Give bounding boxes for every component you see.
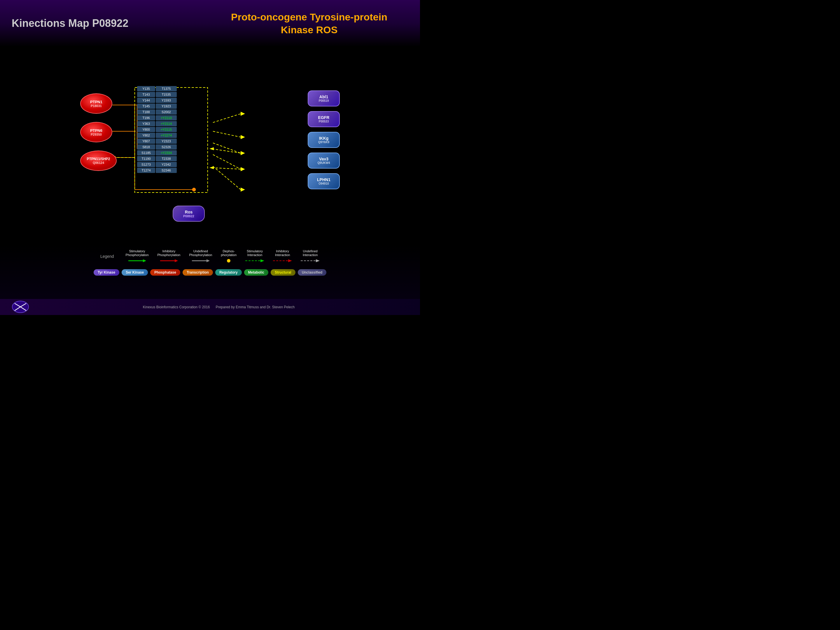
site-T1274[interactable]: T1274 [137, 168, 155, 173]
site-T196[interactable]: T196 [137, 115, 155, 120]
ros-uniprot: P08922 [183, 215, 194, 218]
svg-line-18 [212, 149, 241, 153]
site-Y807[interactable]: Y807 [137, 139, 155, 144]
protein-vav3[interactable]: Vav3 Q9UKW4 [308, 153, 340, 169]
site-T1375[interactable]: T1375 [156, 86, 177, 91]
svg-line-20 [212, 168, 241, 169]
legend-label-undef-interact: UndefinedInteraction [303, 249, 317, 257]
site-Y800[interactable]: Y800 [137, 127, 155, 132]
legend-row: Legend StimulatoryPhosphorylation Inhibi… [100, 249, 320, 264]
page-title: Kinections Map P08922 [12, 17, 210, 30]
diagram-inner: PTPN1 P18031 PTPN6 P29350 PTPN11/SHP2 Q0… [79, 64, 341, 227]
pills-row: Tyr Kinase Ser Kinase Phosphatase Transc… [94, 269, 327, 276]
ros-node[interactable]: Ros P08922 [173, 205, 205, 222]
site-Y2342[interactable]: Y2342 [156, 162, 177, 167]
site-table: Y135 T1375 T143 T1535 Y144 Y1593 T145 Y1… [137, 86, 177, 173]
site-Y135[interactable]: Y135 [137, 86, 155, 91]
svg-line-12 [213, 143, 241, 153]
protein-ptpn11[interactable]: PTPN11/SHP2 Q06124 [80, 150, 117, 171]
lphn1-uniprot: O94910 [319, 182, 329, 185]
site-T145[interactable]: T145 [137, 104, 155, 109]
pill-unclassified[interactable]: Unclassified [298, 269, 327, 276]
header-left: Kinections Map P08922 [12, 17, 210, 30]
protein-ptpn1[interactable]: PTPN1 P18031 [80, 93, 112, 114]
svg-line-14 [213, 155, 241, 169]
site-S2002[interactable]: S2002 [156, 109, 177, 115]
legend-label-dephos: Dephos-phorylation [221, 249, 237, 257]
site-T2338[interactable]: T2338 [156, 156, 177, 161]
site-T1190[interactable]: T1190 [137, 156, 155, 161]
svg-line-10 [213, 131, 241, 137]
protein-lphn1[interactable]: LPHN1 O94910 [308, 173, 340, 189]
pill-phosphatase[interactable]: Phosphatase [150, 269, 180, 276]
pill-structural[interactable]: Structural [271, 269, 295, 276]
site-T143[interactable]: T143 [137, 92, 155, 97]
site-Y2114[interactable]: +Y2114 [156, 121, 177, 126]
svg-marker-25 [143, 259, 146, 262]
site-Y1923[interactable]: Y1923 [156, 104, 177, 109]
legend-label-inhib-interact: InhibitoryInteraction [275, 249, 290, 257]
svg-marker-15 [241, 167, 245, 171]
svg-marker-9 [241, 112, 245, 116]
site-S2346[interactable]: S2346 [156, 168, 177, 173]
kinexus-logo [12, 300, 29, 314]
ikkg-name: IKKg [319, 136, 329, 141]
svg-marker-27 [175, 259, 178, 262]
legend-area: Legend StimulatoryPhosphorylation Inhibi… [0, 245, 420, 299]
legend-inhib-interact: InhibitoryInteraction [273, 249, 292, 264]
svg-marker-21 [209, 166, 214, 169]
ikkg-uniprot: Q9Y6K9 [318, 141, 329, 144]
ptpn6-name: PTPN6 [90, 128, 103, 133]
site-Y1593[interactable]: Y1593 [156, 98, 177, 103]
site-Y2115[interactable]: +Y2115 [156, 127, 177, 132]
site-T1535[interactable]: T1535 [156, 92, 177, 97]
svg-point-30 [227, 259, 231, 262]
ptpn11-uniprot: Q06124 [93, 161, 104, 164]
svg-line-8 [213, 114, 241, 123]
site-S818[interactable]: S818 [137, 144, 155, 150]
protein-egfr[interactable]: EGFR P00533 [308, 111, 340, 127]
vav3-uniprot: Q9UKW4 [317, 161, 330, 164]
header: Kinections Map P08922 Proto-oncogene Tyr… [0, 0, 420, 47]
abl1-uniprot: P00519 [319, 99, 329, 103]
legend-arrow-undef-interact [301, 258, 320, 264]
footer: Kinexus Bioinformatics Corporation © 201… [0, 299, 420, 315]
site-Y144[interactable]: Y144 [137, 98, 155, 103]
ptpn1-name: PTPN1 [90, 100, 103, 104]
svg-marker-13 [241, 151, 245, 155]
site-Y363[interactable]: Y363 [137, 121, 155, 126]
protein-abl1[interactable]: Abl1 P00519 [308, 90, 340, 106]
protein-ikkg[interactable]: IKKg Q9Y6K9 [308, 132, 340, 148]
site-S1273[interactable]: S1273 [137, 162, 155, 167]
diagram-area: PTPN1 P18031 PTPN6 P29350 PTPN11/SHP2 Q0… [0, 47, 420, 245]
left-proteins: PTPN1 P18031 PTPN6 P29350 PTPN11/SHP2 Q0… [80, 93, 117, 171]
pill-transcription[interactable]: Transcription [183, 269, 213, 276]
right-proteins: Abl1 P00519 EGFR P00533 IKKg Q9Y6K9 Vav3… [308, 90, 340, 189]
legend-title: Legend [100, 254, 114, 259]
legend-arrow-stim-interact [245, 258, 264, 264]
svg-marker-29 [207, 259, 209, 262]
site-Y802[interactable]: Y802 [137, 133, 155, 138]
site-Y2323[interactable]: Y2323 [156, 139, 177, 144]
legend-dephos: Dephos-phorylation [221, 249, 237, 264]
svg-marker-36 [316, 259, 320, 262]
ptpn11-name: PTPN11/SHP2 [87, 157, 110, 161]
legend-arrow-inhib-interact [273, 258, 292, 264]
footer-copyright: Kinexus Bioinformatics Corporation © 201… [29, 305, 408, 309]
site-S1185[interactable]: S1185 [137, 150, 155, 155]
connections-svg [79, 64, 341, 227]
pill-metabolic[interactable]: Metabolic [244, 269, 268, 276]
site-T188[interactable]: T188 [137, 109, 155, 115]
site-Y2274[interactable]: +Y2274 [156, 133, 177, 138]
pill-regulatory[interactable]: Regulatory [215, 269, 242, 276]
pill-tyr-kinase[interactable]: Tyr Kinase [94, 269, 119, 276]
protein-ptpn6[interactable]: PTPN6 P29350 [80, 122, 112, 142]
site-Y2110[interactable]: +Y2110 [156, 115, 177, 120]
pill-ser-kinase[interactable]: Ser Kinase [122, 269, 148, 276]
svg-marker-34 [288, 259, 292, 262]
legend-label-inhib-phos: InhibitoryPhosphorylation [158, 249, 180, 257]
site-S2326[interactable]: S2326 [156, 144, 177, 150]
ros-name: Ros [185, 210, 193, 215]
svg-marker-19 [209, 147, 214, 150]
site-Y2334[interactable]: +Y2334 [156, 150, 177, 155]
